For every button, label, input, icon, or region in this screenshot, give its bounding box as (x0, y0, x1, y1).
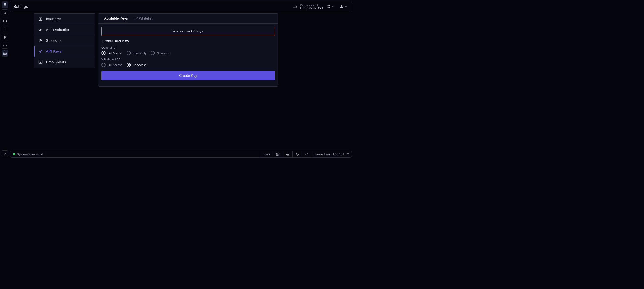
equity-block: TOTAL EQUITY $109,175.25 USD (292, 3, 323, 10)
logo-icon[interactable] (2, 1, 8, 8)
radio-general-none[interactable]: No Access (151, 51, 170, 55)
chevron-down-icon (332, 5, 334, 8)
content-row: Interface Authentication Sessions API Ke… (10, 13, 352, 149)
nav-transfer-icon[interactable] (2, 9, 8, 16)
api-keys-panel: Available Keys IP Whitelist You have no … (98, 13, 278, 86)
main-column: Settings TOTAL EQUITY $109,175.25 USD In… (10, 0, 353, 158)
svg-rect-3 (328, 5, 328, 6)
svg-rect-14 (39, 61, 42, 64)
svg-rect-6 (329, 7, 330, 8)
radio-label: Read Only (132, 51, 146, 55)
sidebar-item-authentication[interactable]: Authentication (34, 24, 95, 35)
create-key-title: Create API Key (102, 39, 275, 44)
pencil-icon (38, 28, 43, 32)
system-status[interactable]: System Operational (10, 151, 46, 157)
header-bar: Settings TOTAL EQUITY $109,175.25 USD (10, 1, 352, 12)
footer-tours[interactable]: Tours (260, 151, 273, 157)
users-icon (38, 38, 43, 43)
svg-rect-9 (41, 17, 42, 19)
tab-ip-whitelist[interactable]: IP Whitelist (134, 14, 152, 23)
layout-menu[interactable] (326, 4, 336, 9)
svg-rect-10 (41, 19, 42, 20)
tab-available-keys[interactable]: Available Keys (104, 14, 128, 23)
panel-tabs: Available Keys IP Whitelist (98, 14, 278, 23)
radio-general-read[interactable]: Read Only (127, 51, 146, 55)
status-dot-icon (13, 153, 15, 155)
withdrawal-api-label: Withdrawal API (102, 58, 275, 61)
no-keys-alert: You have no API keys. (102, 27, 275, 36)
sidebar-item-label: API Keys (46, 49, 62, 54)
translate-icon (295, 152, 299, 156)
layout-icon (38, 17, 43, 21)
general-api-label: General API (102, 46, 275, 49)
settings-sidebar: Interface Authentication Sessions API Ke… (34, 13, 96, 68)
nav-support-icon[interactable] (2, 42, 8, 48)
withdrawal-api-radios: Full Access No Access (102, 63, 275, 67)
user-menu[interactable] (338, 3, 348, 9)
general-api-radios: Full Access Read Only No Access (102, 51, 275, 55)
footer-pin[interactable] (282, 151, 292, 157)
nav-list-icon[interactable] (2, 26, 8, 32)
status-text: System Operational (17, 153, 42, 156)
radio-label: Full Access (107, 51, 122, 55)
user-icon (340, 4, 344, 8)
svg-rect-8 (39, 17, 40, 20)
server-time-label: Server Time: (314, 153, 331, 156)
sidebar-item-label: Email Alerts (46, 60, 66, 64)
nav-rail (0, 0, 10, 158)
wallet-icon (292, 4, 298, 9)
footer-shortcuts[interactable] (273, 151, 282, 157)
radio-general-full[interactable]: Full Access (102, 51, 122, 55)
radio-withdrawal-full[interactable]: Full Access (102, 63, 122, 67)
create-key-button[interactable]: Create Key (102, 71, 275, 80)
equity-label: TOTAL EQUITY (300, 3, 323, 6)
radio-label: Full Access (107, 63, 122, 67)
footer-language[interactable] (292, 151, 302, 157)
sidebar-item-label: Interface (46, 17, 61, 21)
sidebar-item-sessions[interactable]: Sessions (34, 35, 95, 46)
radio-label: No Access (132, 63, 146, 67)
svg-rect-4 (329, 5, 330, 6)
pin-off-icon (286, 152, 290, 156)
key-icon (38, 49, 43, 54)
bell-icon (305, 152, 309, 156)
sidebar-item-label: Authentication (46, 28, 70, 32)
sidebar-item-api-keys[interactable]: API Keys (34, 46, 95, 57)
nav-expand-icon[interactable] (2, 150, 8, 157)
server-time-value: 8:50:50 UTC (332, 153, 349, 156)
svg-point-11 (40, 39, 41, 40)
sidebar-item-label: Sessions (46, 38, 62, 43)
footer-notifications[interactable] (302, 151, 312, 157)
svg-point-7 (341, 5, 342, 6)
page-title: Settings (13, 4, 290, 9)
tours-label: Tours (263, 153, 270, 156)
nav-bolt-icon[interactable] (2, 34, 8, 40)
mail-icon (38, 60, 43, 64)
radio-label: No Access (156, 51, 170, 55)
svg-point-13 (39, 51, 40, 53)
chevron-down-icon (344, 5, 347, 8)
svg-point-1 (4, 53, 6, 54)
footer-server-time: Server Time: 8:50:50 UTC (312, 151, 352, 157)
footer-bar: System Operational Tours Server Time: 8:… (10, 151, 352, 158)
nav-wallet-icon[interactable] (2, 17, 8, 24)
svg-point-12 (41, 39, 42, 40)
svg-rect-5 (328, 7, 328, 8)
equity-value: $109,175.25 USD (300, 6, 323, 10)
nav-settings-icon[interactable] (2, 50, 8, 57)
sidebar-item-email-alerts[interactable]: Email Alerts (34, 57, 95, 68)
radio-withdrawal-none[interactable]: No Access (127, 63, 146, 67)
sidebar-item-interface[interactable]: Interface (34, 14, 95, 24)
command-icon (276, 152, 280, 156)
